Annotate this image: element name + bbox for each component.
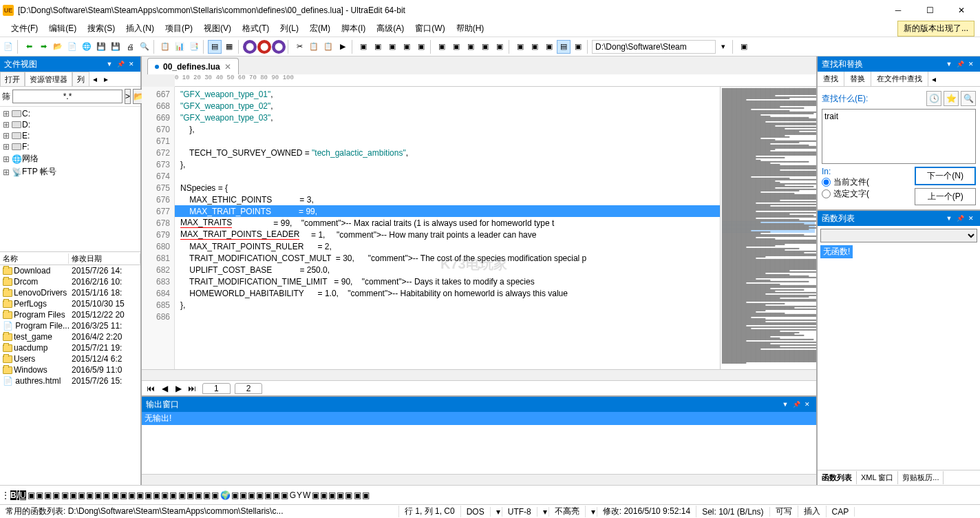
cut-icon[interactable]: ✂ xyxy=(292,40,306,54)
menu-edit[interactable]: 编辑(E) xyxy=(43,21,82,36)
ax21[interactable]: ▣ xyxy=(195,490,202,500)
t24-icon[interactable]: ▣ xyxy=(571,40,585,54)
path-dd-icon[interactable]: ▾ xyxy=(716,40,730,54)
tool2-icon[interactable]: 📊 xyxy=(173,40,187,54)
ax19[interactable]: ▣ xyxy=(178,490,186,500)
ax17[interactable]: ▣ xyxy=(161,490,169,500)
menu-search[interactable]: 搜索(S) xyxy=(82,21,120,36)
menu-help[interactable]: 帮助(H) xyxy=(451,21,490,36)
tree-drive-d[interactable]: ⊞D: xyxy=(1,119,139,130)
panel-pin-icon[interactable]: 📌 xyxy=(116,59,125,69)
view2-icon[interactable]: ▦ xyxy=(222,40,236,54)
menu-advanced[interactable]: 高级(A) xyxy=(371,21,409,36)
output-hscroll[interactable] xyxy=(142,474,816,485)
sr-tab-find[interactable]: 查找 xyxy=(818,72,844,86)
ax22[interactable]: ▣ xyxy=(203,490,211,500)
menu-column[interactable]: 列(L) xyxy=(275,21,304,36)
list-item[interactable]: test_game2016/4/2 2:20 xyxy=(0,331,140,342)
menu-macro[interactable]: 宏(M) xyxy=(304,21,336,36)
ax-bold-icon[interactable]: B xyxy=(10,490,17,500)
file-tab-active[interactable]: 00_defines.lua ✕ xyxy=(147,58,239,74)
status-fmt[interactable]: DOS xyxy=(461,507,491,517)
ax33[interactable]: ▣ xyxy=(312,490,319,500)
view1-icon[interactable]: ▤ xyxy=(208,40,222,54)
minimize-button[interactable]: ─ xyxy=(882,0,914,21)
back-icon[interactable]: ⬅ xyxy=(22,40,36,54)
col-date[interactable]: 修改日期 xyxy=(69,253,140,264)
t19-icon[interactable]: ▣ xyxy=(493,40,507,54)
list-item[interactable]: Drcom2016/2/16 10: xyxy=(0,276,140,287)
fv-nav-left[interactable]: ◂ xyxy=(89,72,100,86)
page-tab-2[interactable]: 2 xyxy=(235,383,263,394)
ax24[interactable]: ▣ xyxy=(231,490,239,500)
circle1-icon[interactable]: ⬤ xyxy=(243,40,257,54)
ax-g-icon[interactable]: G xyxy=(290,490,296,500)
list-item[interactable]: uacdump2015/7/21 19: xyxy=(0,342,140,353)
ax5[interactable]: ▣ xyxy=(61,490,69,500)
open-icon[interactable]: 📂 xyxy=(51,40,65,54)
code-area[interactable]: "GFX_weapon_type_01", "GFX_weapon_type_0… xyxy=(175,87,720,369)
saveas-icon[interactable]: 💾 xyxy=(109,40,122,54)
ax25[interactable]: ▣ xyxy=(239,490,247,500)
t14-icon[interactable]: ▣ xyxy=(414,40,428,54)
ax-y-icon[interactable]: Y xyxy=(297,490,302,500)
ax2[interactable]: ▣ xyxy=(36,490,43,500)
ax38[interactable]: ▣ xyxy=(354,490,361,500)
bt-xml[interactable]: XML 窗口 xyxy=(857,471,898,484)
bt-fnlist[interactable]: 函数列表 xyxy=(818,471,857,484)
shell-icon[interactable]: ▶ xyxy=(336,40,350,54)
print-icon[interactable]: 🖨 xyxy=(123,40,137,54)
menu-view[interactable]: 视图(V) xyxy=(198,21,237,36)
fn-pin-icon[interactable]: 📌 xyxy=(955,214,965,223)
page-tab-1[interactable]: 1 xyxy=(202,383,231,394)
tab-close-icon[interactable]: ✕ xyxy=(224,62,231,72)
tool1-icon[interactable]: 📋 xyxy=(158,40,172,54)
ax37[interactable]: ▣ xyxy=(345,490,352,500)
new-icon[interactable]: 📄 xyxy=(1,40,15,54)
list-item[interactable]: Download2015/7/26 14: xyxy=(0,265,140,276)
ax16[interactable]: ▣ xyxy=(153,490,160,500)
ax10[interactable]: ▣ xyxy=(103,490,110,500)
ax-italic-icon[interactable]: I xyxy=(17,490,19,500)
ax6[interactable]: ▣ xyxy=(70,490,77,500)
ax-underline-icon[interactable]: U xyxy=(20,490,26,500)
tree-drive-c[interactable]: ⊞C: xyxy=(1,108,139,119)
list-item[interactable]: Program Files2015/12/22 20 xyxy=(0,309,140,320)
t12-icon[interactable]: ▣ xyxy=(385,40,399,54)
close-file-icon[interactable]: 📄 xyxy=(65,40,79,54)
path-dropdown[interactable]: D:\Dong\Software\Steam xyxy=(592,40,716,54)
menu-format[interactable]: 格式(T) xyxy=(237,21,275,36)
update-notice[interactable]: 新的版本出现了... xyxy=(897,21,974,37)
status-hl[interactable]: 不高亮 xyxy=(549,506,586,517)
ax8[interactable]: ▣ xyxy=(86,490,94,500)
fv-nav-right[interactable]: ▸ xyxy=(100,72,111,86)
find-prev-button[interactable]: 上一个(P) xyxy=(915,188,976,205)
list-item[interactable]: Windows2016/5/9 11:0 xyxy=(0,364,140,375)
menu-insert[interactable]: 插入(N) xyxy=(120,21,160,36)
ax12[interactable]: ▣ xyxy=(120,490,127,500)
ax3[interactable]: ▣ xyxy=(44,490,52,500)
minimap[interactable]: ━━━━━━━━━━━━━━━━━━━━━━━━━━━━━━━━━━━━━━━━… xyxy=(720,87,816,369)
filter-go-button[interactable]: > xyxy=(125,89,131,104)
ax11[interactable]: ▣ xyxy=(111,490,119,500)
panel-dd-icon[interactable]: ▼ xyxy=(105,59,114,69)
ax18[interactable]: ▣ xyxy=(169,490,177,500)
search-input[interactable]: trait xyxy=(822,109,976,164)
radio-current-file[interactable]: 当前文件( xyxy=(822,176,912,188)
ax9[interactable]: ▣ xyxy=(94,490,102,500)
tree-drive-e[interactable]: ⊞E: xyxy=(1,130,139,141)
maximize-button[interactable]: ☐ xyxy=(914,0,946,21)
page-next-icon[interactable]: ▶ xyxy=(172,384,184,393)
ax23[interactable]: ▣ xyxy=(211,490,219,500)
t16-icon[interactable]: ▣ xyxy=(449,40,463,54)
panel-close-icon[interactable]: ✕ xyxy=(127,59,136,69)
fv-tab-list[interactable]: 列 xyxy=(72,72,89,86)
t18-icon[interactable]: ▣ xyxy=(478,40,492,54)
list-item[interactable]: LenovoDrivers2015/1/16 18: xyxy=(0,287,140,298)
ax29[interactable]: ▣ xyxy=(273,490,280,500)
ax7[interactable]: ▣ xyxy=(78,490,85,500)
menu-project[interactable]: 项目(P) xyxy=(160,21,198,36)
fwd-icon[interactable]: ➡ xyxy=(36,40,50,54)
list-item[interactable]: PerfLogs2015/10/30 15 xyxy=(0,298,140,309)
col-name[interactable]: 名称 xyxy=(0,253,69,264)
